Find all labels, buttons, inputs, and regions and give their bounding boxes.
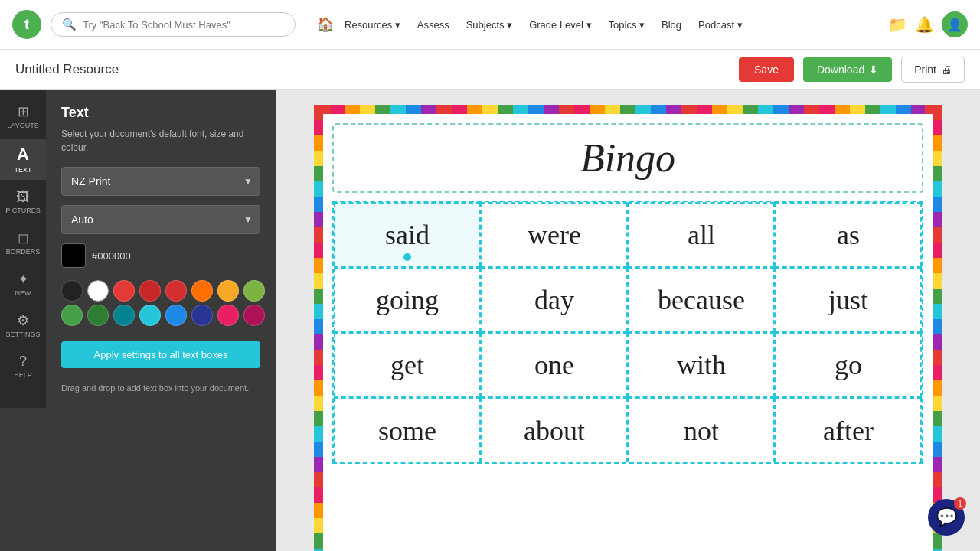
color-green2[interactable]: [61, 305, 83, 326]
word-day: day: [534, 284, 574, 316]
color-swatch-row: #000000: [61, 243, 260, 268]
color-red2[interactable]: [139, 280, 161, 302]
save-button[interactable]: Save: [739, 57, 794, 82]
settings-label: SETTINGS: [5, 331, 40, 338]
word-cell-one[interactable]: one: [481, 332, 628, 397]
sidebar-content: Text Select your document's default font…: [46, 90, 276, 408]
chat-bubble[interactable]: 💬 1: [928, 499, 965, 536]
word-cell-day[interactable]: day: [481, 267, 628, 332]
color-indigo[interactable]: [191, 305, 213, 326]
bell-icon[interactable]: 🔔: [915, 15, 934, 34]
color-green3[interactable]: [87, 305, 109, 326]
nav-resources[interactable]: Resources ▾: [338, 16, 407, 34]
bingo-title-box[interactable]: Bingo: [332, 123, 923, 193]
color-blue[interactable]: [165, 305, 187, 326]
nav-topics[interactable]: Topics ▾: [603, 16, 651, 34]
word-cell-after[interactable]: after: [775, 397, 922, 462]
bingo-title: Bingo: [580, 136, 675, 180]
sidebar-item-new[interactable]: ✦ NEW: [0, 265, 46, 303]
sidebar: ⊞ LAYOUTS A TEXT 🖼 PICTURES ◻ BORDERS ✦: [0, 90, 276, 551]
font-select[interactable]: NZ Print Arial Times New Roman: [61, 167, 260, 196]
word-cell-because[interactable]: because: [628, 267, 775, 332]
nav-gradelevel[interactable]: Grade Level ▾: [523, 16, 597, 34]
word-cell-were[interactable]: were: [481, 202, 628, 267]
word-cell-not[interactable]: not: [628, 397, 775, 462]
word-cell-just[interactable]: just: [775, 267, 922, 332]
word-cell-with[interactable]: with: [628, 332, 775, 397]
nav-blog[interactable]: Blog: [655, 16, 688, 34]
pictures-icon: 🖼: [16, 189, 30, 205]
word-cell-as[interactable]: as: [775, 202, 922, 267]
word-get: get: [390, 349, 424, 381]
resource-title: Untitled Resource: [15, 62, 119, 77]
sidebar-item-borders[interactable]: ◻ BORDERS: [0, 223, 46, 262]
main-layout: ⊞ LAYOUTS A TEXT 🖼 PICTURES ◻ BORDERS ✦: [0, 90, 980, 551]
color-cyan[interactable]: [139, 305, 161, 326]
size-select[interactable]: Auto 8 12 16 24: [61, 205, 260, 234]
sidebar-item-pictures[interactable]: 🖼 PICTURES: [0, 183, 46, 220]
word-cell-all[interactable]: all: [628, 202, 775, 267]
word-about: about: [524, 415, 585, 447]
search-bar[interactable]: 🔍: [51, 12, 296, 37]
settings-icon: ⚙: [17, 312, 29, 329]
color-preview[interactable]: [61, 243, 86, 268]
nav-links: 🏠 Resources ▾ Assess Subjects ▾ Grade Le…: [317, 16, 749, 34]
download-button[interactable]: Download ⬇: [803, 57, 892, 82]
resource-bar: Untitled Resource Save Download ⬇ Print …: [0, 50, 980, 90]
color-green1[interactable]: [243, 280, 265, 302]
print-label: Print: [914, 64, 936, 76]
font-dropdown-wrapper: NZ Print Arial Times New Roman ▼: [61, 167, 260, 196]
word-some: some: [378, 415, 436, 447]
help-icon: ?: [19, 354, 27, 370]
search-input[interactable]: [83, 19, 284, 31]
nav-podcast[interactable]: Podcast ▾: [692, 16, 749, 34]
panel-desc: Select your document's default font, siz…: [61, 127, 260, 155]
download-icon: ⬇: [869, 64, 878, 76]
sidebar-item-settings[interactable]: ⚙ SETTINGS: [0, 306, 46, 344]
word-cell-about[interactable]: about: [481, 397, 628, 462]
color-white[interactable]: [87, 280, 109, 302]
text-label: TEXT: [14, 166, 31, 174]
apply-button[interactable]: Apply settings to all text boxes: [61, 341, 260, 368]
word-cell-going[interactable]: going: [334, 267, 481, 332]
chat-badge: 1: [954, 497, 966, 510]
search-icon: 🔍: [62, 18, 77, 31]
word-said: said: [385, 219, 430, 251]
word-grid: said were all as: [334, 202, 922, 462]
color-black[interactable]: [61, 280, 83, 302]
folder-icon[interactable]: 📁: [888, 15, 907, 34]
download-label: Download: [817, 64, 864, 76]
color-red3[interactable]: [165, 280, 187, 302]
nav-assess[interactable]: Assess: [411, 16, 456, 34]
word-just: just: [828, 284, 868, 316]
logo[interactable]: t: [12, 10, 41, 39]
word-cell-get[interactable]: get: [334, 332, 481, 397]
sidebar-item-text[interactable]: A TEXT: [0, 139, 46, 180]
avatar[interactable]: 👤: [942, 11, 968, 37]
nav-subjects[interactable]: Subjects ▾: [460, 16, 518, 34]
page-border-wrapper: Bingo said were all: [314, 105, 942, 551]
word-after: after: [823, 415, 874, 447]
color-orange[interactable]: [191, 280, 213, 302]
size-dropdown-wrapper: Auto 8 12 16 24 ▼: [61, 205, 260, 234]
canvas-area[interactable]: Bingo said were all: [276, 90, 980, 551]
sidebar-item-layouts[interactable]: ⊞ LAYOUTS: [0, 97, 46, 135]
word-because: because: [658, 284, 745, 316]
word-cell-said[interactable]: said: [334, 202, 481, 267]
word-cell-go[interactable]: go: [775, 332, 922, 397]
color-teal[interactable]: [113, 305, 135, 326]
sidebar-item-help[interactable]: ? HELP: [0, 347, 46, 385]
word-going: going: [376, 284, 439, 316]
help-label: HELP: [14, 371, 32, 379]
word-cell-some[interactable]: some: [334, 397, 481, 462]
layouts-label: LAYOUTS: [7, 122, 38, 129]
home-icon[interactable]: 🏠: [317, 16, 334, 33]
color-yellow[interactable]: [217, 280, 239, 302]
new-label: NEW: [15, 289, 31, 297]
color-pink[interactable]: [243, 305, 265, 326]
color-purple[interactable]: [217, 305, 239, 326]
layouts-icon: ⊞: [18, 103, 29, 120]
chat-icon: 💬: [936, 507, 957, 527]
color-red1[interactable]: [113, 280, 135, 302]
print-button[interactable]: Print 🖨: [901, 57, 965, 83]
